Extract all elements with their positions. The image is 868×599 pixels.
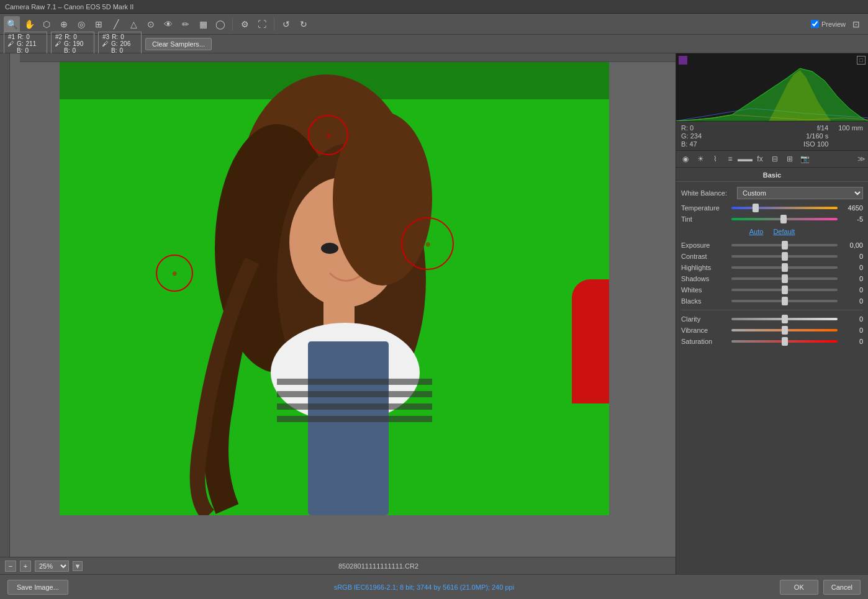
default-btn[interactable]: Default xyxy=(773,228,795,235)
tab-hsl[interactable]: ≡ xyxy=(723,152,737,166)
graduated-filter-tool[interactable]: ▦ xyxy=(195,16,211,32)
clarity-track[interactable] xyxy=(731,318,838,320)
color-sampler-tool[interactable]: ⊕ xyxy=(56,16,72,32)
tint-track[interactable] xyxy=(731,218,838,220)
photo-svg xyxy=(60,62,609,515)
clipping-highlights-btn[interactable]: □ xyxy=(857,56,866,65)
shadows-track[interactable] xyxy=(731,277,838,280)
saturation-row: Saturation 0 xyxy=(676,336,868,346)
exposure-value: 0,00 xyxy=(841,241,863,249)
panel-expand-btn[interactable]: ≫ xyxy=(857,155,866,163)
sampler-bar: #1 R: 0 🖋 G: 211 B: 0 #2 R: 0 🖋 G: 190 B… xyxy=(0,35,868,53)
svg-rect-11 xyxy=(277,416,432,422)
zoom-minus-btn[interactable]: − xyxy=(5,561,16,572)
sampler-1-r-label: R: xyxy=(17,34,24,40)
tab-tone-curve[interactable]: ⌇ xyxy=(708,152,722,166)
panel-section: Basic White Balance: Custom As Shot Auto… xyxy=(676,168,868,574)
vibrance-label: Vibrance xyxy=(681,327,728,334)
open-object-btn[interactable]: ⊡ xyxy=(848,16,864,32)
transform-tool[interactable]: △ xyxy=(125,16,142,32)
highlights-row: Highlights 0 xyxy=(676,263,868,272)
blacks-thumb[interactable] xyxy=(782,297,788,305)
image-canvas[interactable]: ⊕ ⊕ ⊕ xyxy=(10,53,676,557)
vibrance-track[interactable] xyxy=(731,329,838,331)
zoom-tool[interactable]: 🔍 xyxy=(4,16,20,32)
rgb-r: R: 0 xyxy=(681,124,702,132)
fullscreen-tool[interactable]: ⛶ xyxy=(254,16,270,32)
auto-default-row: Auto Default xyxy=(676,225,868,238)
shadows-thumb[interactable] xyxy=(782,274,788,283)
exposure-track[interactable] xyxy=(731,244,838,246)
save-image-btn[interactable]: Save Image... xyxy=(7,580,68,595)
vibrance-thumb[interactable] xyxy=(782,326,788,335)
targeted-adj-tool[interactable]: ◎ xyxy=(73,16,89,32)
preview-label[interactable]: Preview xyxy=(821,20,846,28)
clear-samplers-btn[interactable]: Clear Samplers... xyxy=(145,38,212,50)
svg-rect-7 xyxy=(308,341,389,515)
iso: ISO 100 xyxy=(803,140,828,148)
clarity-value: 0 xyxy=(841,315,863,323)
status-text[interactable]: sRGB IEC61966-2.1; 8 bit; 3744 by 5616 (… xyxy=(73,583,775,591)
auto-btn[interactable]: Auto xyxy=(749,228,764,235)
saturation-label: Saturation xyxy=(681,338,728,345)
temperature-track[interactable] xyxy=(731,207,838,209)
spot-removal-tool[interactable]: ⊙ xyxy=(143,16,159,32)
saturation-thumb[interactable] xyxy=(782,337,788,346)
wb-select[interactable]: Custom As Shot Auto Daylight Cloudy Shad… xyxy=(737,187,863,199)
ok-btn[interactable]: OK xyxy=(780,580,818,595)
tab-camera-cal[interactable]: 📷 xyxy=(798,152,811,166)
tab-detail[interactable]: fx xyxy=(753,152,767,166)
preview-area: Preview ⊡ xyxy=(811,16,864,32)
rotate-cw-tool[interactable]: ↻ xyxy=(296,16,312,32)
tab-split-tone[interactable]: ▬▬ xyxy=(738,152,752,166)
white-balance-tool[interactable]: ⬡ xyxy=(38,16,55,32)
zoom-plus-btn[interactable]: + xyxy=(20,561,31,572)
cancel-btn[interactable]: Cancel xyxy=(823,580,861,595)
whites-thumb[interactable] xyxy=(782,286,788,294)
tab-lens[interactable]: ⊟ xyxy=(768,152,782,166)
saturation-value: 0 xyxy=(841,338,863,345)
whites-value: 0 xyxy=(841,286,863,294)
crop-tool[interactable]: ⊞ xyxy=(91,16,107,32)
contrast-thumb[interactable] xyxy=(782,252,788,261)
tab-effects[interactable]: ⊞ xyxy=(783,152,797,166)
saturation-track[interactable] xyxy=(731,340,838,343)
radial-filter-tool[interactable]: ◯ xyxy=(212,16,228,32)
sampler-2-g-label: G: xyxy=(64,40,71,47)
rotate-ccw-tool[interactable]: ↺ xyxy=(278,16,294,32)
sampler-3-g: 206 xyxy=(120,40,131,47)
sampler-3-r: 0 xyxy=(120,34,124,40)
contrast-track[interactable] xyxy=(731,255,838,258)
highlights-track[interactable] xyxy=(731,266,838,269)
temperature-label: Temperature xyxy=(681,204,728,212)
adj-brush-tool[interactable]: ✏ xyxy=(178,16,194,32)
clarity-thumb[interactable] xyxy=(782,315,788,323)
svg-rect-8 xyxy=(277,379,432,385)
straighten-tool[interactable]: ╱ xyxy=(108,16,124,32)
blacks-value: 0 xyxy=(841,297,863,305)
zoom-dropdown-btn[interactable]: ▼ xyxy=(73,561,83,571)
clipping-shadows-btn[interactable] xyxy=(679,56,687,65)
whites-track[interactable] xyxy=(731,289,838,291)
title-bar: Camera Raw 7.1 – Canon EOS 5D Mark II xyxy=(0,0,868,14)
preferences-tool[interactable]: ⚙ xyxy=(237,16,253,32)
redeye-tool[interactable]: 👁 xyxy=(160,16,176,32)
shadows-row: Shadows 0 xyxy=(676,274,868,284)
exposure-thumb[interactable] xyxy=(782,241,788,250)
tab-histogram[interactable]: ◉ xyxy=(679,152,692,166)
histogram-svg xyxy=(676,65,868,121)
hand-tool[interactable]: ✋ xyxy=(21,16,37,32)
preview-checkbox[interactable] xyxy=(811,20,819,28)
tab-basic[interactable]: ☀ xyxy=(694,152,707,166)
zoom-select[interactable]: 25% 50% 100% xyxy=(35,561,69,572)
shutter: 1/160 s xyxy=(803,132,828,140)
sampler-2-r-label: R: xyxy=(65,34,71,40)
section-header: Basic xyxy=(676,170,868,182)
blacks-track[interactable] xyxy=(731,300,838,302)
red-blob xyxy=(572,279,609,403)
tint-row: Tint -5 xyxy=(676,214,868,224)
temperature-thumb[interactable] xyxy=(753,204,759,212)
tint-thumb[interactable] xyxy=(780,215,787,223)
svg-rect-9 xyxy=(277,391,432,397)
highlights-thumb[interactable] xyxy=(782,263,788,272)
